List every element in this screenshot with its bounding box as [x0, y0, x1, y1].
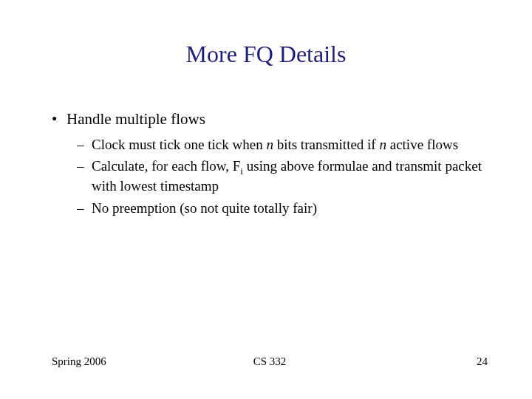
- footer-center: CS 332: [253, 355, 287, 368]
- slide-title: More FQ Details: [0, 41, 532, 68]
- text-fragment: active flows: [386, 137, 458, 152]
- slide-body: Handle multiple flows Clock must tick on…: [52, 109, 488, 216]
- slide-footer: Spring 2006 CS 332 24: [52, 355, 488, 368]
- bullet-level2: No preemption (so not quite totally fair…: [52, 200, 488, 216]
- bullet-level2: Calculate, for each flow, Fi using above…: [52, 157, 488, 194]
- footer-page-number: 24: [477, 355, 488, 368]
- bullet-level2: Clock must tick one tick when n bits tra…: [52, 136, 488, 153]
- slide: More FQ Details Handle multiple flows Cl…: [0, 0, 532, 399]
- bullet-level1: Handle multiple flows: [52, 109, 488, 129]
- footer-left: Spring 2006: [52, 355, 106, 368]
- text-fragment: bits transmitted if: [273, 137, 380, 152]
- var-n: n: [379, 137, 386, 152]
- text-fragment: Calculate, for each flow, F: [92, 158, 240, 174]
- var-n: n: [266, 137, 273, 152]
- text-fragment: Clock must tick one tick when: [92, 137, 266, 152]
